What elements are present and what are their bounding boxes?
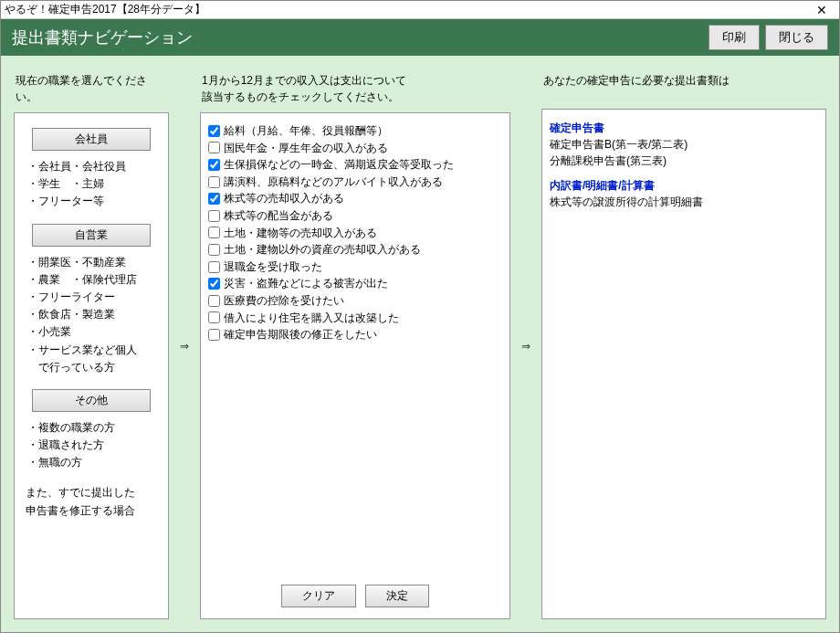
window-title: やるぞ！確定申告2017【28年分データ】 [5,2,808,17]
checkbox-row[interactable]: 株式等の売却収入がある [208,190,502,207]
checkbox-label: 株式等の売却収入がある [224,190,344,207]
left-note: また、すでに提出した申告書を修正する場合 [26,484,161,519]
checkbox[interactable] [208,329,220,341]
checkbox[interactable] [208,311,220,323]
checkbox-row[interactable]: 確定申告期限後の修正をしたい [208,326,502,343]
checkbox-label: 国民年金・厚生年金の収入がある [224,140,388,157]
category-button-other[interactable]: その他 [32,389,151,412]
checkbox[interactable] [208,176,220,188]
doc-heading: 確定申告書 [550,121,818,136]
checkbox[interactable] [208,227,220,238]
header: 提出書類ナビゲーション 印刷 閉じる [1,19,839,56]
list-item: ・小売業 [27,323,161,341]
checkbox[interactable] [208,295,220,307]
category-list-other: ・複数の職業の方・退職された方・無職の方 [27,419,161,472]
ok-button[interactable]: 決定 [365,585,429,607]
checkbox-label: 確定申告期限後の修正をしたい [224,326,377,343]
checkbox-label: 講演料、原稿料などのアルバイト収入がある [224,174,443,191]
checkbox[interactable] [208,244,220,256]
checkbox-row[interactable]: 給料（月給、年俸、役員報酬等） [208,122,502,140]
checkbox-row[interactable]: 生保損保などの一時金、満期返戻金等受取った [208,156,502,174]
right-label: あなたの確定申告に必要な提出書類は [541,72,826,109]
middle-panel: 給料（月給、年俸、役員報酬等）国民年金・厚生年金の収入がある生保損保などの一時金… [200,112,510,619]
list-item: ・フリーター等 [27,193,161,210]
checkbox-label: 土地・建物等の売却収入がある [224,225,377,242]
print-button[interactable]: 印刷 [709,25,760,50]
arrow-icon: ⇒ [176,72,193,619]
checkbox-label: 災害・盗難などによる被害が出た [224,275,388,292]
checkbox-row[interactable]: 講演料、原稿料などのアルバイト収入がある [208,174,502,191]
category-list-self: ・開業医・不動産業・農業 ・保険代理店・フリーライター・飲食店・製造業・小売業・… [27,254,161,376]
category-button-self[interactable]: 自営業 [32,224,151,247]
checkbox[interactable] [208,125,220,137]
checkbox-row[interactable]: 土地・建物等の売却収入がある [208,225,502,242]
checkbox[interactable] [208,159,220,171]
category-list-employee: ・会社員・会社役員・学生 ・主婦・フリーター等 [27,158,161,211]
page-title: 提出書類ナビゲーション [12,26,703,48]
close-icon[interactable]: ✕ [808,3,835,17]
list-item: ・無職の方 [27,454,161,471]
checkbox-row[interactable]: 借入により住宅を購入又は改築した [208,310,502,327]
list-item: ・農業 ・保険代理店 [27,271,161,289]
list-item: ・複数の職業の方 [27,419,161,437]
list-item: ・退職された方 [27,437,161,454]
checkbox[interactable] [208,210,220,222]
checkbox-label: 生保損保などの一時金、満期返戻金等受取った [224,156,454,174]
checkbox-label: 借入により住宅を購入又は改築した [224,310,399,327]
checkbox-row[interactable]: 土地・建物以外の資産の売却収入がある [208,241,502,258]
list-item: で行っている方 [27,359,161,376]
checkbox-row[interactable]: 株式等の配当金がある [208,207,502,225]
checkbox-label: 株式等の配当金がある [224,207,333,225]
checkbox-row[interactable]: 医療費の控除を受けたい [208,292,502,310]
left-panel: 会社員 ・会社員・会社役員・学生 ・主婦・フリーター等 自営業 ・開業医・不動産… [14,112,169,619]
doc-line: 分離課税申告書(第三表) [550,153,818,169]
doc-line: 確定申告書B(第一表/第二表) [550,136,818,153]
clear-button[interactable]: クリア [281,585,356,607]
checkbox-label: 医療費の控除を受けたい [224,292,344,310]
checkbox[interactable] [208,193,220,205]
checkbox-label: 給料（月給、年俸、役員報酬等） [224,122,388,140]
checkbox[interactable] [208,278,220,290]
checkbox[interactable] [208,142,220,153]
checkbox-label: 土地・建物以外の資産の売却収入がある [224,241,421,258]
left-label: 現在の職業を選んでください。 [14,72,169,112]
checkbox-row[interactable]: 災害・盗難などによる被害が出た [208,275,502,292]
right-panel: 確定申告書確定申告書B(第一表/第二表)分離課税申告書(第三表)内訳書/明細書/… [541,109,826,619]
close-button[interactable]: 閉じる [765,25,828,50]
checkbox-row[interactable]: 国民年金・厚生年金の収入がある [208,140,502,157]
list-item: ・サービス業など個人 [27,342,161,359]
middle-label: 1月から12月までの収入又は支出について該当するものをチェックしてください。 [200,72,510,112]
list-item: ・飲食店・製造業 [27,306,161,323]
list-item: ・会社員・会社役員 [27,158,161,175]
doc-line: 株式等の譲渡所得の計算明細書 [550,194,818,210]
checkbox[interactable] [208,261,220,273]
doc-heading: 内訳書/明細書/計算書 [550,178,818,194]
list-item: ・開業医・不動産業 [27,254,161,271]
list-item: ・学生 ・主婦 [27,175,161,193]
list-item: ・フリーライター [27,289,161,306]
arrow-icon: ⇒ [518,72,534,619]
checkbox-row[interactable]: 退職金を受け取った [208,258,502,276]
category-button-employee[interactable]: 会社員 [32,128,151,151]
checkbox-label: 退職金を受け取った [224,258,322,276]
titlebar: やるぞ！確定申告2017【28年分データ】 ✕ [1,1,839,19]
